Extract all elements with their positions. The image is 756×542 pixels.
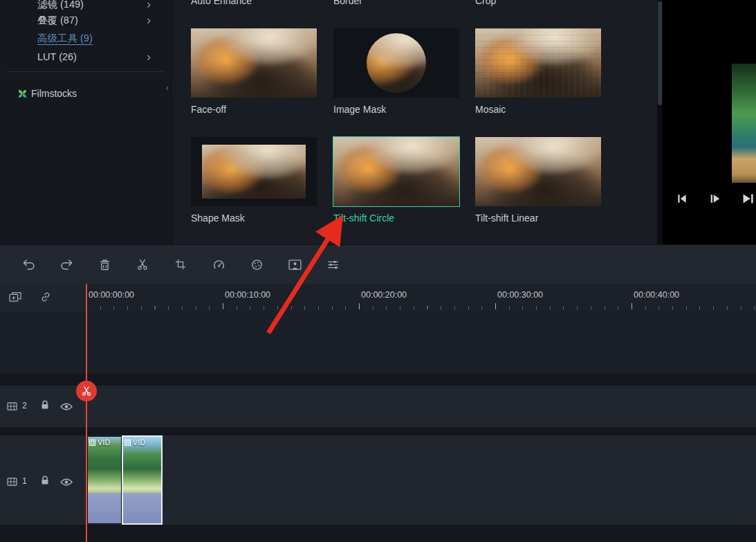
circle-mask-shape: [367, 33, 426, 93]
effect-label-tilt-shift-circle[interactable]: Tilt-shift Circle: [333, 213, 394, 224]
timeline-header-left: [0, 284, 86, 311]
previous-frame-button[interactable]: [676, 193, 690, 207]
effect-thumb-shape-mask[interactable]: [191, 137, 317, 206]
effect-label-shape-mask[interactable]: Shape Mask: [191, 213, 245, 224]
track-grid-icon: [7, 402, 17, 410]
track2-type-icon: [7, 401, 17, 413]
add-track-icon: [9, 291, 21, 302]
effects-grid-panel: Auto Enhance Border Crop Face-off Image …: [172, 0, 658, 244]
next-frame-icon: [741, 192, 754, 205]
effect-thumb-face-off[interactable]: [191, 28, 317, 98]
undo-icon: [22, 259, 35, 271]
clip-media-tag: VID: [125, 438, 145, 446]
filmstocks-link[interactable]: Filmstocks: [18, 86, 77, 101]
ruler-timestamp: 00:00:30:00: [497, 290, 543, 300]
ruler-timestamp: 00:00:40:00: [634, 290, 679, 300]
sliders-icon: [327, 260, 339, 269]
chevron-right-icon: ›: [147, 0, 151, 12]
timeline-ruler[interactable]: 00:00:00:00 00:00:10:00 00:00:20:00 00:0…: [86, 284, 756, 311]
effect-label-face-off[interactable]: Face-off: [191, 104, 226, 115]
scissors-icon: [137, 259, 148, 270]
portrait-icon: [288, 260, 302, 270]
timeline-toolbar: [0, 244, 756, 284]
playhead-split-handle[interactable]: [76, 381, 97, 401]
sidebar-item-overlays[interactable]: 叠覆 (87) ›: [37, 12, 78, 28]
sidebar-collapse-handle[interactable]: ‹: [163, 80, 172, 96]
track2-lock-button[interactable]: [41, 400, 49, 413]
effects-scrollbar: [657, 0, 663, 244]
timeline-header: 00:00:00:00 00:00:10:00 00:00:20:00 00:0…: [0, 284, 756, 312]
track1-lock-button[interactable]: [41, 476, 49, 488]
undo-button[interactable]: [21, 257, 36, 272]
film-frame-icon: [89, 440, 95, 446]
link-icon: [40, 291, 51, 302]
manage-tracks-button[interactable]: [9, 291, 23, 305]
effect-label-border[interactable]: Border: [333, 0, 362, 6]
effect-label-auto-enhance[interactable]: Auto Enhance: [191, 0, 252, 6]
effect-label-crop[interactable]: Crop: [475, 0, 496, 6]
sunset-preview-image: [202, 145, 306, 199]
track2-visibility-button[interactable]: [60, 401, 73, 413]
video-clip-2-selected[interactable]: VID: [122, 435, 163, 525]
effect-thumb-image-mask[interactable]: [333, 28, 459, 98]
effect-thumb-tilt-shift-linear[interactable]: [475, 137, 601, 206]
color-palette-icon: [251, 259, 263, 271]
redo-button[interactable]: [59, 257, 74, 272]
play-icon: [710, 193, 721, 204]
sunset-preview-image: [333, 137, 459, 206]
playhead-line[interactable]: [86, 284, 87, 542]
clip-audio-region: [123, 493, 161, 523]
chevron-right-icon: ›: [147, 48, 151, 65]
previous-frame-icon: [676, 193, 688, 204]
play-button[interactable]: [710, 193, 723, 207]
track2-number: 2: [22, 401, 27, 410]
track-gap: [0, 374, 756, 386]
preview-video-frame: [732, 64, 756, 183]
track1-type-icon: [7, 476, 17, 489]
track1-visibility-button[interactable]: [60, 476, 73, 489]
effect-label-image-mask[interactable]: Image Mask: [333, 104, 386, 115]
sidebar-item-label: 滤镜 (149): [37, 0, 84, 10]
track1-number: 1: [22, 476, 27, 486]
effects-scrollbar-thumb[interactable]: [658, 1, 662, 105]
effect-label-tilt-shift-linear[interactable]: Tilt-shift Linear: [475, 213, 538, 224]
sunset-preview-image: [191, 28, 317, 98]
sidebar-item-advanced-tools[interactable]: 高级工具 (9): [37, 30, 93, 46]
sidebar-item-label: 高级工具 (9): [37, 33, 93, 45]
speed-button[interactable]: [211, 257, 226, 272]
mosaic-pixel-overlay: [475, 28, 601, 98]
timeline-empty-area[interactable]: [0, 311, 756, 374]
effect-label-mosaic[interactable]: Mosaic: [475, 104, 506, 115]
delete-button[interactable]: [97, 257, 112, 272]
video-track-2[interactable]: [0, 386, 756, 427]
track-grid-icon: [7, 478, 17, 486]
rect-mask-shape: [202, 145, 306, 199]
eye-icon: [60, 403, 73, 410]
split-button[interactable]: [135, 257, 150, 272]
sunset-preview-image: [367, 33, 426, 93]
crop-icon: [175, 259, 186, 270]
crop-button[interactable]: [173, 257, 188, 272]
sidebar-divider: [7, 71, 163, 72]
lock-icon: [41, 476, 49, 485]
playback-controls: [663, 191, 756, 210]
sunset-preview-image: [475, 137, 601, 206]
effect-thumb-mosaic[interactable]: [475, 28, 601, 98]
clip-media-tag: VID: [89, 438, 110, 446]
next-frame-button[interactable]: [741, 192, 755, 206]
sidebar-item-filters[interactable]: 滤镜 (149) ›: [37, 0, 84, 12]
sidebar-item-lut[interactable]: LUT (26) ›: [37, 48, 77, 65]
chroma-key-button[interactable]: [287, 257, 302, 272]
ruler-timestamp: 00:00:00:00: [89, 290, 134, 300]
film-frame-icon: [125, 440, 131, 446]
speedometer-icon: [213, 259, 225, 271]
color-button[interactable]: [249, 257, 264, 272]
link-clips-button[interactable]: [40, 291, 54, 305]
lock-icon: [41, 400, 49, 410]
app-root: 滤镜 (149) › 叠覆 (87) › 高级工具 (9) LUT (26) ›…: [0, 0, 756, 542]
timeline-bottom-area: [0, 525, 756, 542]
sidebar-item-label: LUT (26): [37, 51, 77, 62]
effect-thumb-tilt-shift-circle[interactable]: [333, 137, 459, 206]
video-clip-1[interactable]: VID: [87, 436, 122, 524]
adjust-button[interactable]: [325, 257, 340, 272]
